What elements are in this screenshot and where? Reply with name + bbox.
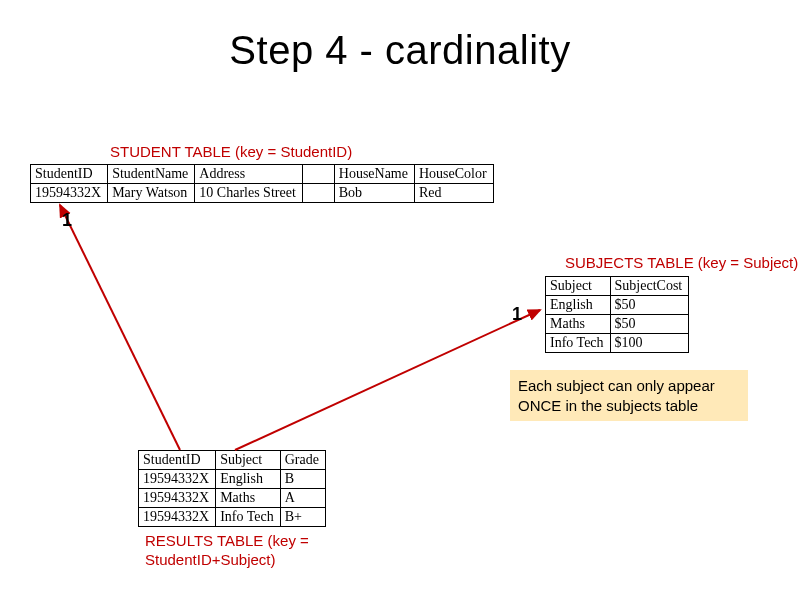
col-header: Subject xyxy=(216,451,281,470)
col-header: Address xyxy=(195,165,302,184)
col-header: Grade xyxy=(280,451,325,470)
table-row: Info Tech $100 xyxy=(546,334,689,353)
table-row: 19594332X English B xyxy=(139,470,326,489)
col-header: Subject xyxy=(546,277,611,296)
cell: B+ xyxy=(280,508,325,527)
results-table: StudentID Subject Grade 19594332X Englis… xyxy=(138,450,326,527)
subjects-table-label: SUBJECTS TABLE (key = Subject) xyxy=(565,254,798,271)
cell: English xyxy=(546,296,611,315)
table-row: Maths $50 xyxy=(546,315,689,334)
page-title: Step 4 - cardinality xyxy=(0,28,800,73)
table-row: 19594332X Info Tech B+ xyxy=(139,508,326,527)
col-header: StudentName xyxy=(108,165,195,184)
cell: Bob xyxy=(334,184,414,203)
table-row: StudentID Subject Grade xyxy=(139,451,326,470)
results-table-label: RESULTS TABLE (key = StudentID+Subject) xyxy=(145,532,375,570)
cell: 19594332X xyxy=(139,489,216,508)
cell: B xyxy=(280,470,325,489)
cell: Maths xyxy=(216,489,281,508)
table-row: 19594332X Maths A xyxy=(139,489,326,508)
cell-blank xyxy=(302,184,334,203)
col-header: HouseColor xyxy=(414,165,493,184)
cell: 19594332X xyxy=(31,184,108,203)
cardinality-marker: 1 xyxy=(62,210,72,231)
cell: $100 xyxy=(610,334,689,353)
svg-line-1 xyxy=(235,310,540,450)
cell: 10 Charles Street xyxy=(195,184,302,203)
cell: A xyxy=(280,489,325,508)
col-header: SubjectCost xyxy=(610,277,689,296)
cell: Red xyxy=(414,184,493,203)
cell: Info Tech xyxy=(216,508,281,527)
cell: English xyxy=(216,470,281,489)
student-table: StudentID StudentName Address HouseName … xyxy=(30,164,494,203)
col-header: HouseName xyxy=(334,165,414,184)
table-row: Subject SubjectCost xyxy=(546,277,689,296)
table-row: English $50 xyxy=(546,296,689,315)
subjects-table: Subject SubjectCost English $50 Maths $5… xyxy=(545,276,689,353)
col-header: StudentID xyxy=(31,165,108,184)
cell: $50 xyxy=(610,315,689,334)
student-table-label: STUDENT TABLE (key = StudentID) xyxy=(110,143,352,160)
col-header-blank xyxy=(302,165,334,184)
cell: Maths xyxy=(546,315,611,334)
cell: 19594332X xyxy=(139,508,216,527)
annotation-note: Each subject can only appear ONCE in the… xyxy=(510,370,748,421)
cell: $50 xyxy=(610,296,689,315)
cell: 19594332X xyxy=(139,470,216,489)
table-row: StudentID StudentName Address HouseName … xyxy=(31,165,494,184)
col-header: StudentID xyxy=(139,451,216,470)
table-row: 19594332X Mary Watson 10 Charles Street … xyxy=(31,184,494,203)
svg-line-0 xyxy=(60,205,180,450)
cardinality-marker: 1 xyxy=(512,304,522,325)
slide: Step 4 - cardinality STUDENT TABLE (key … xyxy=(0,0,800,600)
cell: Mary Watson xyxy=(108,184,195,203)
cell: Info Tech xyxy=(546,334,611,353)
